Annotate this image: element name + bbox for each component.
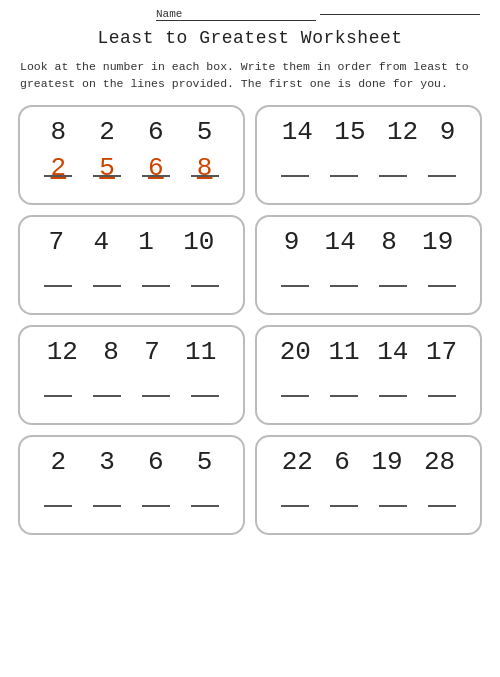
card-8-blank-4[interactable] xyxy=(428,483,456,507)
card-4-blank-3[interactable] xyxy=(379,263,407,287)
card-4-number-1: 9 xyxy=(284,227,300,257)
card-5-blank-3[interactable] xyxy=(142,373,170,397)
card-1-numbers: 8265 xyxy=(34,117,229,147)
card-3-blank-2[interactable] xyxy=(93,263,121,287)
card-8-number-1: 22 xyxy=(282,447,313,477)
card-6-number-2: 11 xyxy=(329,337,360,367)
card-2-number-1: 14 xyxy=(282,117,313,147)
card-8-blank-3[interactable] xyxy=(379,483,407,507)
card-3-number-1: 7 xyxy=(49,227,65,257)
card-3-numbers: 74110 xyxy=(34,227,229,257)
card-1: 82652568 xyxy=(18,105,245,205)
instructions-text: Look at the number in each box. Write th… xyxy=(20,58,480,93)
card-5-number-1: 12 xyxy=(47,337,78,367)
card-3-blank-3[interactable] xyxy=(142,263,170,287)
card-2-number-4: 9 xyxy=(440,117,456,147)
card-6-numbers: 20111417 xyxy=(271,337,466,367)
card-3: 74110 xyxy=(18,215,245,315)
card-1-number-4: 5 xyxy=(197,117,213,147)
card-5-blank-2[interactable] xyxy=(93,373,121,397)
card-7-number-2: 3 xyxy=(99,447,115,477)
card-2-blank-2[interactable] xyxy=(330,153,358,177)
card-4-answers xyxy=(271,263,466,287)
page-title: Least to Greatest Worksheet xyxy=(0,28,500,48)
card-7-number-1: 2 xyxy=(51,447,67,477)
card-5-number-3: 7 xyxy=(144,337,160,367)
card-2-numbers: 1415129 xyxy=(271,117,466,147)
card-4-blank-4[interactable] xyxy=(428,263,456,287)
card-8: 2261928 xyxy=(255,435,482,535)
card-8-number-2: 6 xyxy=(334,447,350,477)
card-4-blank-2[interactable] xyxy=(330,263,358,287)
card-6: 20111417 xyxy=(255,325,482,425)
card-8-numbers: 2261928 xyxy=(271,447,466,477)
card-4-number-2: 14 xyxy=(325,227,356,257)
card-2: 1415129 xyxy=(255,105,482,205)
card-8-blank-2[interactable] xyxy=(330,483,358,507)
card-5-numbers: 128711 xyxy=(34,337,229,367)
card-7-blank-1[interactable] xyxy=(44,483,72,507)
card-5-blank-1[interactable] xyxy=(44,373,72,397)
card-7-blank-3[interactable] xyxy=(142,483,170,507)
card-6-number-4: 17 xyxy=(426,337,457,367)
card-2-answers xyxy=(271,153,466,177)
card-2-number-2: 15 xyxy=(334,117,365,147)
name-field: Name xyxy=(156,8,480,21)
name-underline xyxy=(320,14,480,15)
card-6-answers xyxy=(271,373,466,397)
card-6-number-1: 20 xyxy=(280,337,311,367)
card-2-blank-3[interactable] xyxy=(379,153,407,177)
card-8-number-3: 19 xyxy=(371,447,402,477)
card-7-numbers: 2365 xyxy=(34,447,229,477)
card-1-answer-2: 5 xyxy=(93,153,121,177)
card-1-answer-1: 2 xyxy=(44,153,72,177)
card-4-numbers: 914819 xyxy=(271,227,466,257)
card-3-number-3: 1 xyxy=(138,227,154,257)
card-7: 2365 xyxy=(18,435,245,535)
card-1-number-1: 8 xyxy=(51,117,67,147)
card-2-blank-1[interactable] xyxy=(281,153,309,177)
card-1-number-2: 2 xyxy=(99,117,115,147)
card-5-number-2: 8 xyxy=(103,337,119,367)
card-1-answer-3: 6 xyxy=(142,153,170,177)
card-7-blank-2[interactable] xyxy=(93,483,121,507)
card-3-answers xyxy=(34,263,229,287)
card-7-number-3: 6 xyxy=(148,447,164,477)
card-6-blank-2[interactable] xyxy=(330,373,358,397)
card-6-number-3: 14 xyxy=(377,337,408,367)
card-6-blank-3[interactable] xyxy=(379,373,407,397)
card-2-number-3: 12 xyxy=(387,117,418,147)
card-5: 128711 xyxy=(18,325,245,425)
card-6-blank-4[interactable] xyxy=(428,373,456,397)
card-3-blank-1[interactable] xyxy=(44,263,72,287)
card-3-number-4: 10 xyxy=(183,227,214,257)
card-7-number-4: 5 xyxy=(197,447,213,477)
card-6-blank-1[interactable] xyxy=(281,373,309,397)
card-5-number-4: 11 xyxy=(185,337,216,367)
card-4-blank-1[interactable] xyxy=(281,263,309,287)
card-7-answers xyxy=(34,483,229,507)
card-1-answers: 2568 xyxy=(34,153,229,177)
card-8-answers xyxy=(271,483,466,507)
card-2-blank-4[interactable] xyxy=(428,153,456,177)
name-label: Name xyxy=(156,8,316,21)
card-7-blank-4[interactable] xyxy=(191,483,219,507)
card-3-blank-4[interactable] xyxy=(191,263,219,287)
card-5-blank-4[interactable] xyxy=(191,373,219,397)
card-1-answer-4: 8 xyxy=(191,153,219,177)
card-8-blank-1[interactable] xyxy=(281,483,309,507)
card-5-answers xyxy=(34,373,229,397)
card-4: 914819 xyxy=(255,215,482,315)
cards-grid: 8265256814151297411091481912871120111417… xyxy=(0,105,500,535)
card-4-number-3: 8 xyxy=(381,227,397,257)
card-1-number-3: 6 xyxy=(148,117,164,147)
card-3-number-2: 4 xyxy=(93,227,109,257)
card-8-number-4: 28 xyxy=(424,447,455,477)
card-4-number-4: 19 xyxy=(422,227,453,257)
